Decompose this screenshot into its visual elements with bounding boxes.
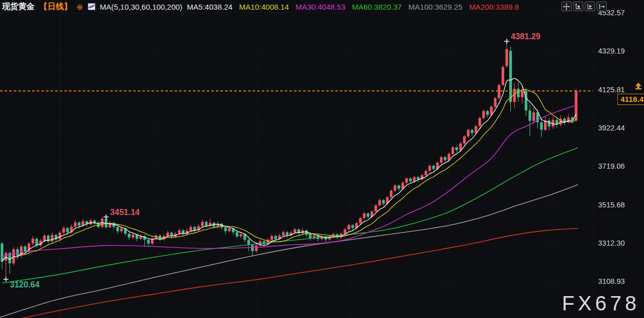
watermark: FX678 xyxy=(562,292,640,315)
candle-body xyxy=(521,91,524,97)
symbol-title: 现货黄金 xyxy=(2,2,35,12)
candle-body xyxy=(482,111,485,118)
candle-body xyxy=(471,130,474,133)
ma-legend-ma5: MA5:4038.24 xyxy=(187,3,232,11)
candle-body xyxy=(479,118,481,126)
last-price-value: 4118.45 xyxy=(621,95,644,103)
candle-body xyxy=(509,51,512,102)
candle-body xyxy=(1,244,3,261)
candle-body xyxy=(166,232,169,236)
candle-body xyxy=(89,221,92,224)
price-axis-label: 3108.93 xyxy=(598,277,643,285)
candle-body xyxy=(428,166,431,171)
candle-body xyxy=(66,228,69,232)
candle-body xyxy=(375,205,377,211)
candle-body xyxy=(32,238,34,244)
candle-body xyxy=(363,214,365,218)
candle-body xyxy=(228,228,231,231)
candle-body xyxy=(255,246,258,251)
candle-body xyxy=(498,85,500,98)
candle-body xyxy=(5,253,7,260)
candle-body xyxy=(201,222,204,226)
candle-body xyxy=(444,157,447,160)
candle-body xyxy=(409,178,412,181)
trading-chart-window: 3120.643451.144381.29 现货黄金 【日线】 ⊕ MA(5,1… xyxy=(0,0,644,318)
candle-body xyxy=(309,234,311,238)
candle-body xyxy=(394,186,397,191)
candle-body xyxy=(147,240,150,244)
candle-body xyxy=(240,234,242,236)
candle-body xyxy=(559,119,562,125)
ma-line-ma100 xyxy=(0,184,578,317)
ma-legend-ma200: MA200:3389.8 xyxy=(469,3,519,11)
candlestick-chart-canvas[interactable]: 3120.643451.144381.29 xyxy=(0,0,644,318)
candle-body xyxy=(440,157,442,163)
chart-type-icon[interactable] xyxy=(88,3,95,10)
pan-right-button[interactable] xyxy=(597,2,607,11)
candle-body xyxy=(293,229,296,232)
compress-axis-left-icon xyxy=(574,3,582,10)
candle-body xyxy=(425,171,427,175)
ma-line-ma5 xyxy=(2,78,576,261)
price-up-arrow-icon xyxy=(634,82,642,91)
candle-body xyxy=(486,111,489,115)
candle-body xyxy=(540,122,542,130)
candle-body xyxy=(455,147,458,150)
ma-line-ma200 xyxy=(14,228,578,318)
chart-toolbar xyxy=(561,2,607,11)
candle-body xyxy=(532,112,535,121)
candle-body xyxy=(529,111,531,121)
candle-body xyxy=(505,49,508,66)
compress-axis-left-button[interactable] xyxy=(573,2,583,11)
chart-header: 现货黄金 【日线】 ⊕ MA(5,10,30,60,100,200) MA5:4… xyxy=(2,1,519,12)
candle-body xyxy=(359,218,362,223)
candle-body xyxy=(251,245,254,251)
timeframe-label[interactable]: 【日线】 xyxy=(39,2,72,12)
candle-body xyxy=(390,191,392,197)
candle-body xyxy=(382,200,385,204)
candle-body xyxy=(351,225,354,228)
candle-body xyxy=(548,120,551,126)
move-tool-button[interactable] xyxy=(561,2,572,11)
candle-body xyxy=(378,200,381,205)
candle-body xyxy=(467,130,469,137)
candle-body xyxy=(463,136,465,143)
candle-body xyxy=(452,147,454,154)
candle-body xyxy=(116,227,119,231)
candle-body xyxy=(343,229,346,234)
compress-axis-right-button[interactable] xyxy=(585,2,595,11)
candle-body xyxy=(525,91,527,111)
candle-body xyxy=(35,238,38,245)
candle-body xyxy=(43,235,45,241)
candle-body xyxy=(286,232,288,235)
ma-line-ma60 xyxy=(2,148,578,283)
candle-body xyxy=(274,236,277,239)
candle-body xyxy=(189,227,192,230)
candle-body xyxy=(59,232,61,239)
last-price-tag: 4118.45 xyxy=(617,94,644,105)
candle-body xyxy=(51,235,54,242)
ma-legend-ma100: MA100:3629.25 xyxy=(408,3,462,11)
candle-body xyxy=(459,144,462,150)
price-axis-label: 3922.44 xyxy=(598,124,643,132)
candle-body xyxy=(132,234,134,237)
candle-body xyxy=(517,89,519,97)
price-axis-label: 3719.06 xyxy=(598,162,643,170)
candle-body xyxy=(405,178,408,183)
candle-body xyxy=(74,222,77,226)
pan-right-icon xyxy=(598,3,606,10)
price-annotation: 3451.14 xyxy=(110,208,140,217)
candle-body xyxy=(178,230,181,234)
candle-body xyxy=(236,232,238,236)
price-axis-label: 4329.19 xyxy=(598,47,643,55)
candle-body xyxy=(24,246,27,251)
candle-body xyxy=(494,98,497,107)
ma-legend-ma60: MA60:3820.37 xyxy=(352,3,402,11)
candle-body xyxy=(78,222,80,225)
compare-add-icon[interactable]: ⊕ xyxy=(77,3,83,11)
candle-body xyxy=(282,232,285,236)
candle-body xyxy=(224,227,227,231)
candle-body xyxy=(193,227,196,230)
candle-body xyxy=(432,166,435,169)
candle-body xyxy=(16,249,19,256)
